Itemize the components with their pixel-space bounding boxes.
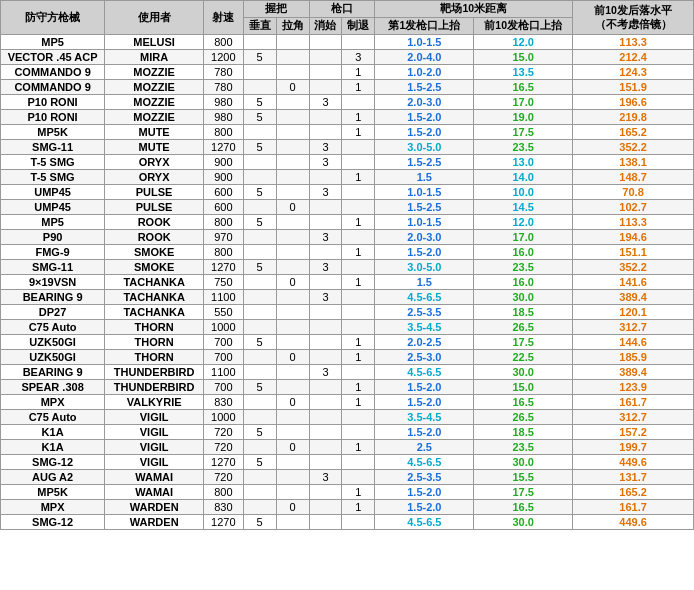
table-cell: 5: [243, 515, 276, 530]
table-cell: 1.0-1.5: [375, 185, 474, 200]
table-cell: 1.5-2.0: [375, 485, 474, 500]
table-cell: VIGIL: [105, 440, 204, 455]
table-cell: 5: [243, 140, 276, 155]
table-cell: [309, 215, 342, 230]
table-cell: 0: [276, 275, 309, 290]
table-cell: 700: [204, 335, 244, 350]
table-cell: 720: [204, 470, 244, 485]
table-cell: 0: [276, 395, 309, 410]
table-cell: 16.5: [474, 500, 573, 515]
table-cell: MP5K: [1, 125, 105, 140]
table-cell: 1.5-2.0: [375, 395, 474, 410]
table-cell: 720: [204, 425, 244, 440]
table-row: K1AVIGIL720012.523.5199.7: [1, 440, 694, 455]
header-range1: 第1发枪口上抬: [375, 18, 474, 35]
header-final: 前10发后落水平 （不考虑倍镜）: [573, 1, 694, 35]
table-cell: WARDEN: [105, 500, 204, 515]
table-cell: [243, 230, 276, 245]
table-cell: 3: [309, 260, 342, 275]
table-cell: 1270: [204, 140, 244, 155]
table-cell: 1270: [204, 260, 244, 275]
table-cell: 3.5-4.5: [375, 320, 474, 335]
table-cell: 144.6: [573, 335, 694, 350]
table-cell: 196.6: [573, 95, 694, 110]
table-cell: [309, 200, 342, 215]
table-cell: 700: [204, 380, 244, 395]
table-cell: 0: [276, 80, 309, 95]
table-cell: [276, 170, 309, 185]
table-cell: 5: [243, 185, 276, 200]
table-cell: [309, 425, 342, 440]
table-row: UMP45PULSE600531.0-1.510.070.8: [1, 185, 694, 200]
table-cell: [342, 155, 375, 170]
table-cell: [276, 140, 309, 155]
table-cell: 23.5: [474, 440, 573, 455]
table-cell: [276, 365, 309, 380]
table-cell: 26.5: [474, 320, 573, 335]
table-cell: [342, 365, 375, 380]
table-cell: 0: [276, 200, 309, 215]
table-cell: [342, 95, 375, 110]
table-cell: [309, 245, 342, 260]
header-muzzle-ctrl: 制退: [342, 18, 375, 35]
table-cell: 17.0: [474, 230, 573, 245]
table-cell: 18.5: [474, 305, 573, 320]
table-cell: 1.5-2.0: [375, 245, 474, 260]
table-cell: 389.4: [573, 365, 694, 380]
table-cell: P90: [1, 230, 105, 245]
table-cell: 1.0-1.5: [375, 35, 474, 50]
table-cell: 0: [276, 500, 309, 515]
table-cell: 1: [342, 245, 375, 260]
table-cell: [276, 455, 309, 470]
table-cell: 23.5: [474, 260, 573, 275]
table-cell: [276, 305, 309, 320]
table-cell: 830: [204, 395, 244, 410]
table-cell: 22.5: [474, 350, 573, 365]
table-cell: 1.5-2.0: [375, 380, 474, 395]
table-cell: MUTE: [105, 125, 204, 140]
table-cell: 1: [342, 350, 375, 365]
table-cell: 5: [243, 455, 276, 470]
table-cell: 3: [309, 140, 342, 155]
table-cell: 3.0-5.0: [375, 140, 474, 155]
header-grip-vert: 垂直: [243, 18, 276, 35]
table-cell: TACHANKA: [105, 275, 204, 290]
table-cell: 219.8: [573, 110, 694, 125]
table-cell: SMG-11: [1, 260, 105, 275]
table-cell: MPX: [1, 395, 105, 410]
table-row: BEARING 9THUNDERBIRD110034.5-6.530.0389.…: [1, 365, 694, 380]
table-cell: 3: [309, 185, 342, 200]
table-cell: 161.7: [573, 500, 694, 515]
table-row: VECTOR .45 ACPMIRA1200532.0-4.015.0212.4: [1, 50, 694, 65]
table-cell: [276, 230, 309, 245]
table-row: UMP45PULSE60001.5-2.514.5102.7: [1, 200, 694, 215]
table-cell: 1: [342, 395, 375, 410]
table-cell: PULSE: [105, 200, 204, 215]
table-cell: MPX: [1, 500, 105, 515]
table-cell: [243, 500, 276, 515]
table-cell: 141.6: [573, 275, 694, 290]
table-cell: AUG A2: [1, 470, 105, 485]
table-cell: [243, 155, 276, 170]
table-cell: 14.0: [474, 170, 573, 185]
table-row: UZK50GITHORN700512.0-2.517.5144.6: [1, 335, 694, 350]
table-cell: TACHANKA: [105, 290, 204, 305]
table-cell: [243, 395, 276, 410]
table-cell: MOZZIE: [105, 80, 204, 95]
table-cell: P10 RONI: [1, 110, 105, 125]
table-cell: 151.1: [573, 245, 694, 260]
table-row: FMG-9SMOKE80011.5-2.016.0151.1: [1, 245, 694, 260]
table-cell: [243, 245, 276, 260]
table-cell: [276, 125, 309, 140]
table-cell: 2.0-3.0: [375, 95, 474, 110]
table-cell: 113.3: [573, 35, 694, 50]
table-cell: 14.5: [474, 200, 573, 215]
table-cell: [309, 65, 342, 80]
table-cell: [342, 515, 375, 530]
table-cell: K1A: [1, 425, 105, 440]
table-cell: 1.5-2.0: [375, 125, 474, 140]
table-cell: 1: [342, 170, 375, 185]
table-cell: 1: [342, 215, 375, 230]
table-cell: [243, 125, 276, 140]
table-cell: 1.5: [375, 170, 474, 185]
